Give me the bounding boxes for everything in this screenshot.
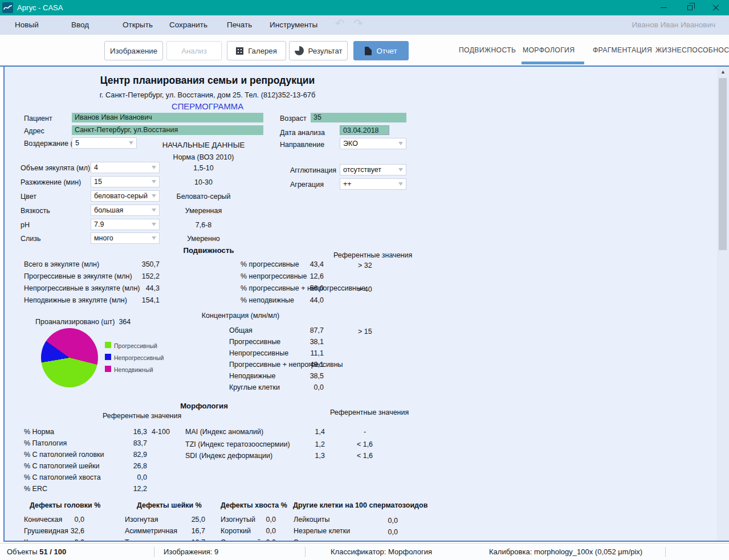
objects-value: 51 / 100	[39, 547, 66, 556]
menu-save[interactable]: Сохранить	[169, 15, 207, 35]
scrollbar[interactable]: ▲	[717, 67, 729, 542]
menu-print[interactable]: Печать	[227, 15, 252, 35]
menu-tools[interactable]: Инструменты	[270, 15, 317, 35]
analyzed-text: Проанализировано (шт)	[35, 318, 115, 326]
window-controls	[650, 0, 729, 15]
analysis-date-field[interactable]: 03.04.2018	[340, 125, 389, 135]
mucus-value: много	[94, 234, 113, 242]
grid-icon	[236, 47, 243, 55]
nonprogressive-ejaculate-value: 44,3	[108, 284, 160, 292]
legend-immotile-swatch	[105, 366, 111, 372]
statusbar-divider	[665, 547, 666, 557]
aggregation-label: Агрегация	[290, 181, 324, 189]
volume-value: 4	[94, 163, 98, 171]
color-dropdown[interactable]: беловато-серый	[91, 190, 160, 202]
restore-button[interactable]	[677, 0, 703, 15]
color-norm: Беловато-серый	[169, 193, 238, 201]
age-field[interactable]: 35	[311, 113, 406, 122]
menu-new[interactable]: Новый	[15, 15, 39, 35]
conc-total-ref: > 15	[358, 328, 372, 336]
analysis-button[interactable]: Анализ	[166, 41, 222, 60]
menu-open[interactable]: Открыть	[123, 15, 153, 35]
immature-cells-value: 0,0	[375, 528, 398, 536]
agglutination-dropdown[interactable]: отсутствует	[340, 164, 406, 175]
document-title: СПЕРМОГРАММА	[5, 102, 410, 111]
age-label: Возраст	[280, 115, 307, 122]
chevron-down-icon	[152, 166, 156, 169]
legend-progressive-label: Прогрессивный	[114, 342, 157, 349]
statusbar-divider	[305, 547, 306, 557]
mucus-norm: Умеренно	[169, 235, 238, 243]
bent-tail-value: 0,0	[250, 516, 276, 524]
redo-icon[interactable]: ↷	[353, 17, 363, 30]
conical-value: 0,0	[50, 516, 84, 524]
conc-round-cells-value: 0,0	[287, 383, 324, 391]
menu-input[interactable]: Ввод	[71, 15, 89, 35]
address-field[interactable]: Санкт-Петербург, ул.Восстания	[72, 125, 263, 135]
result-button[interactable]: Результат	[289, 41, 348, 60]
scrollbar-up-icon[interactable]: ▲	[717, 69, 729, 75]
close-button[interactable]	[703, 0, 729, 15]
conc-prog-nonprog-value: 49,1	[287, 361, 324, 369]
viscosity-dropdown[interactable]: большая	[91, 205, 160, 216]
current-user-label: Иванов Иван Иванович	[632, 15, 716, 35]
liquefaction-value: 15	[94, 178, 102, 186]
chevron-down-icon	[152, 223, 156, 226]
abstinence-value: 5	[75, 139, 79, 147]
legend-nonprogressive-label: Непрогрессивный	[114, 354, 164, 361]
image-button[interactable]: Изображение	[104, 41, 163, 60]
total-ejaculate-label: Всего в эякуляте (млн)	[24, 260, 99, 268]
tab-fragmentation[interactable]: ФРАГМЕНТАЦИЯ	[593, 35, 652, 66]
tail-pathology-label: % С патологией хвоста	[24, 473, 101, 481]
address-label: Адрес	[24, 127, 44, 135]
undo-icon[interactable]: ↶	[335, 17, 345, 30]
volume-dropdown[interactable]: 4	[91, 162, 160, 173]
minimize-button[interactable]	[650, 0, 677, 15]
abstinence-dropdown[interactable]: 5	[72, 137, 137, 149]
tab-morphology[interactable]: МОРФОЛОГИЯ	[523, 35, 575, 66]
mucus-dropdown[interactable]: много	[91, 232, 160, 244]
sdi-ref: < 1,6	[350, 452, 380, 460]
ph-dropdown[interactable]: 7.9	[91, 219, 160, 230]
liquefaction-dropdown[interactable]: 15	[91, 176, 160, 187]
report-button[interactable]: Отчет	[353, 41, 409, 60]
conc-immotile-label: Неподвижные	[229, 372, 276, 380]
neck-pathology-value: 26,8	[96, 462, 147, 470]
tab-motility[interactable]: ПОДВИЖНОСТЬ	[459, 35, 516, 66]
asymmetric-value: 16,7	[170, 527, 205, 535]
tzi-label: TZI (Индекс тератозооспермии)	[185, 440, 290, 448]
pct-immotile-value: 44,0	[287, 296, 324, 304]
agglutination-label: Агглютинация	[290, 166, 336, 174]
chevron-down-icon	[398, 182, 403, 186]
legend-immotile-label: Неподвижный	[114, 366, 153, 373]
total-ejaculate-value: 350,7	[108, 260, 160, 268]
sdi-label: SDI (Индекс деформации)	[185, 452, 272, 460]
classifier-label: Классификатор: Морфология	[331, 543, 432, 560]
concentration-heading: Концентрация (млн/мл)	[184, 312, 298, 320]
aggregation-value: ++	[343, 180, 352, 188]
calibration-label: Калибровка: morphology_100x (0,052 μm/pi…	[489, 543, 642, 560]
statusbar-divider	[154, 547, 154, 557]
round-label: Круглая	[24, 538, 50, 542]
mai-label: MAI (Индекс аномалий)	[185, 428, 263, 436]
gallery-button[interactable]: Галерея	[227, 41, 286, 60]
pct-nonprogressive-value: 12,6	[287, 272, 324, 280]
tab-viability[interactable]: ЖИЗНЕСПОСОБНОСТЬ	[655, 35, 729, 66]
conc-progressive-label: Прогрессивные	[229, 338, 280, 346]
clinic-name: Центр планирования семьи и репродукции	[5, 75, 410, 87]
head-pathology-value: 82,9	[96, 451, 147, 459]
scrollbar-thumb[interactable]	[719, 78, 727, 250]
leukocytes-label: Лейкоциты	[294, 516, 330, 524]
pct-progressive-ref: > 32	[358, 261, 372, 269]
round-value: 0,0	[50, 538, 84, 542]
patient-name-field[interactable]: Иванов Иван Иванович	[72, 113, 263, 122]
norm-heading: Норма (ВОЗ 2010)	[146, 153, 260, 161]
ph-label: pH	[21, 221, 30, 229]
aggregation-dropdown[interactable]: ++	[340, 178, 406, 190]
result-button-label: Результат	[308, 47, 343, 55]
ph-value: 7.9	[94, 220, 104, 228]
toolbar: Изображение Анализ Галерея Результат Отч…	[0, 35, 729, 66]
referral-dropdown[interactable]: ЭКО	[340, 138, 406, 149]
pct-progressive-value: 43,4	[287, 260, 324, 268]
report-panel: Центр планирования семьи и репродукции г…	[3, 67, 729, 542]
